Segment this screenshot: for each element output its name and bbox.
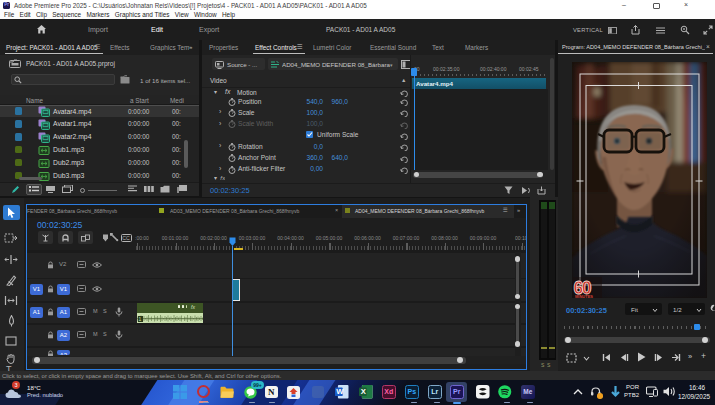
svg-text:X: X (361, 387, 367, 396)
svg-text:MINUTES: MINUTES (575, 294, 593, 298)
svg-text:W: W (336, 387, 344, 396)
